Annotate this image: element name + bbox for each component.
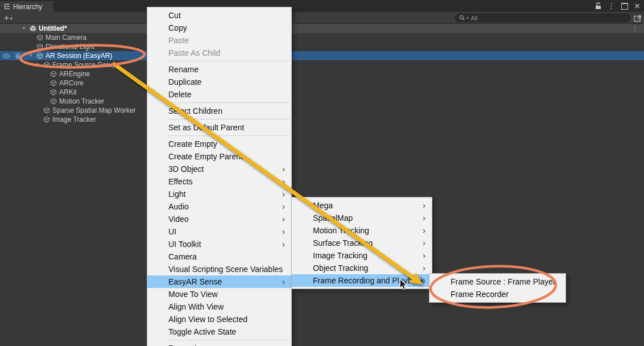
tree-item-label: Directional Light	[46, 43, 94, 51]
tree-item-label: Image Tracker	[52, 116, 96, 123]
tree-item-label: Motion Tracker	[59, 97, 104, 105]
scene-row[interactable]: ▼ Untitled* ⋮	[0, 24, 644, 33]
add-gameobject-button[interactable]: + ▾	[4, 13, 13, 22]
expand-triangle-icon[interactable]: ▼	[28, 53, 33, 58]
menu-item-motion-tracking[interactable]: Motion Tracking›	[292, 224, 432, 237]
tree-item-arcore[interactable]: ARCore	[0, 79, 644, 88]
gameobject-cube-icon	[50, 98, 57, 105]
pickability-hand-icon[interactable]	[14, 52, 20, 59]
gameobject-cube-icon	[36, 52, 43, 59]
maximize-icon[interactable]	[621, 3, 628, 10]
hierarchy-toolbar: + ▾ ▾ All	[0, 12, 644, 24]
menu-item-surface-tracking[interactable]: Surface Tracking›	[292, 237, 432, 249]
menu-item-mega[interactable]: Mega›	[292, 199, 432, 212]
submenu-arrow-icon: ›	[282, 213, 285, 225]
menu-item-toggle-active-state[interactable]: Toggle Active State	[147, 326, 291, 338]
menu-item-easyar-sense[interactable]: EasyAR Sense›	[147, 275, 291, 288]
menu-item-properties[interactable]: Properties...	[147, 342, 291, 346]
submenu-arrow-icon: ›	[423, 212, 426, 224]
menu-item-move-to-view[interactable]: Move To View	[147, 288, 291, 300]
menu-item-effects[interactable]: Effects›	[147, 175, 291, 188]
tree-item-sparse-spatial-map-worker[interactable]: Sparse Spatial Map Worker	[0, 106, 644, 115]
search-placeholder: All	[471, 15, 478, 22]
tree-item-arengine[interactable]: AREngine	[0, 69, 644, 79]
menu-item-spatialmap[interactable]: SpatialMap›	[292, 212, 432, 224]
gameobject-cube-icon	[50, 89, 57, 96]
menu-separator	[167, 340, 290, 340]
menu-item-select-children[interactable]: Select Children	[147, 105, 291, 117]
tree-item-label: ARKit	[59, 88, 77, 96]
expand-triangle-icon[interactable]: ▼	[35, 62, 40, 67]
menu-item-ui-toolkit[interactable]: UI Toolkit›	[147, 238, 291, 250]
tree-item-label: Sparse Spatial Map Worker	[52, 106, 136, 114]
menu-item-create-empty[interactable]: Create Empty	[147, 138, 291, 150]
tree-item-label: Main Camera	[46, 34, 86, 42]
menu-item-create-empty-parent[interactable]: Create Empty Parent	[147, 150, 291, 163]
menu-separator	[167, 135, 290, 136]
easyar-sense-submenu: Mega› SpatialMap› Motion Tracking› Surfa…	[291, 197, 432, 289]
menu-item-frame-source-frame-player[interactable]: Frame Source : Frame Player	[430, 275, 565, 288]
tree-item-label: ARCore	[59, 79, 84, 87]
gameobject-cube-icon	[36, 43, 43, 50]
tree-item-label: Frame Source Group	[52, 61, 117, 69]
menu-item-cut[interactable]: Cut	[147, 9, 291, 22]
gameobject-cube-icon	[43, 116, 50, 123]
open-search-window-icon[interactable]	[634, 14, 642, 24]
menu-item-object-tracking[interactable]: Object Tracking›	[292, 262, 432, 274]
menu-item-align-view-to-selected[interactable]: Align View to Selected	[147, 313, 291, 326]
expand-triangle-icon[interactable]: ▼	[22, 26, 26, 31]
submenu-arrow-icon: ›	[423, 224, 426, 237]
menu-item-frame-recording-and-playback[interactable]: Frame Recording and Playback›	[292, 274, 432, 287]
context-menu: Cut Copy Paste Paste As Child Rename Dup…	[147, 7, 292, 346]
submenu-arrow-icon: ›	[423, 199, 426, 212]
search-filter-caret-icon: ▾	[467, 16, 469, 20]
menu-item-duplicate[interactable]: Duplicate	[147, 76, 291, 88]
menu-item-camera[interactable]: Camera	[147, 250, 291, 263]
tab-title: Hierarchy	[13, 3, 42, 11]
tab-hierarchy[interactable]: Hierarchy	[0, 1, 53, 12]
search-input[interactable]: ▾ All	[455, 14, 630, 22]
submenu-arrow-icon: ›	[423, 249, 426, 262]
tree-item-arkit[interactable]: ARKit	[0, 88, 644, 97]
tree-item-label: AR Session (EasyAR)	[46, 52, 112, 60]
unlock-icon[interactable]	[595, 2, 601, 10]
submenu-arrow-icon: ›	[423, 274, 426, 287]
menu-item-3d-object[interactable]: 3D Object›	[147, 163, 291, 175]
menu-item-align-with-view[interactable]: Align With View	[147, 300, 291, 313]
menu-item-delete[interactable]: Delete	[147, 88, 291, 101]
menu-item-frame-recorder[interactable]: Frame Recorder	[430, 288, 565, 300]
menu-item-image-tracking[interactable]: Image Tracking›	[292, 249, 432, 262]
menu-item-copy[interactable]: Copy	[147, 22, 291, 34]
menu-item-audio[interactable]: Audio›	[147, 200, 291, 213]
add-dropdown-caret-icon: ▾	[10, 16, 13, 21]
tree-item-motion-tracker[interactable]: Motion Tracker	[0, 97, 644, 106]
visibility-eye-icon[interactable]	[2, 53, 10, 59]
tree-item-ar-session[interactable]: ▼ AR Session (EasyAR)	[0, 51, 644, 60]
menu-item-ui[interactable]: UI›	[147, 225, 291, 238]
scene-kebab-icon[interactable]: ⋮	[631, 24, 638, 32]
menu-separator	[167, 61, 290, 61]
menu-item-rename[interactable]: Rename	[147, 63, 291, 76]
submenu-arrow-icon: ›	[282, 163, 285, 175]
scene-icon	[30, 25, 36, 32]
submenu-arrow-icon: ›	[282, 275, 285, 288]
submenu-arrow-icon: ›	[282, 225, 285, 238]
close-icon[interactable]: ×	[634, 2, 640, 10]
menu-item-set-as-default-parent[interactable]: Set as Default Parent	[147, 121, 291, 134]
tree-item-frame-source-group[interactable]: ▼ Frame Source Group	[0, 60, 644, 69]
submenu-arrow-icon: ›	[423, 262, 426, 274]
gameobject-cube-icon	[43, 61, 50, 68]
gameobject-cube-icon	[50, 71, 57, 77]
panel-menu-kebab-icon[interactable]: ⋮	[608, 2, 615, 10]
tree-item-image-tracker[interactable]: Image Tracker	[0, 115, 644, 124]
menu-item-paste-as-child: Paste As Child	[147, 47, 291, 59]
menu-item-video[interactable]: Video›	[147, 213, 291, 225]
menu-item-light[interactable]: Light›	[147, 188, 291, 200]
menu-item-visual-scripting-scene-variables[interactable]: Visual Scripting Scene Variables	[147, 263, 291, 275]
tree-item-main-camera[interactable]: Main Camera	[0, 33, 644, 42]
tree-item-directional-light[interactable]: Directional Light	[0, 42, 644, 51]
tree-item-label: AREngine	[59, 70, 90, 78]
gameobject-cube-icon	[50, 80, 57, 86]
frame-recording-submenu: Frame Source : Frame Player Frame Record…	[429, 273, 566, 303]
hierarchy-list-icon	[4, 3, 10, 10]
